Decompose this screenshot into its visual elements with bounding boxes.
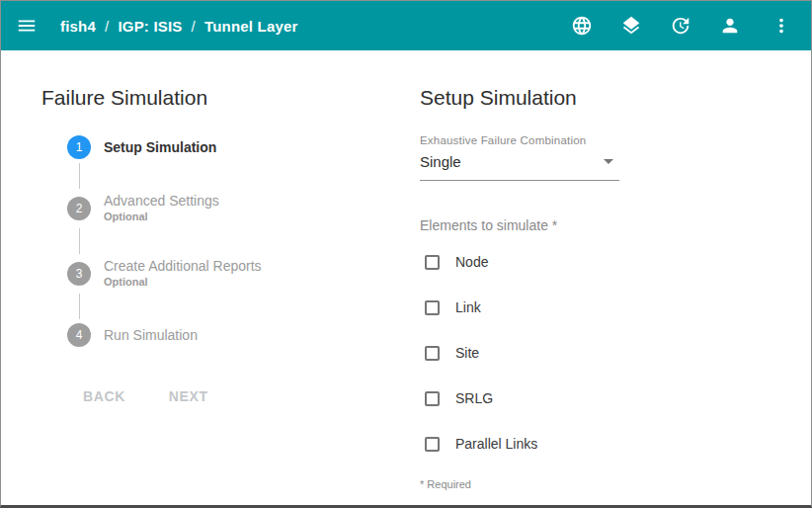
next-button[interactable]: NEXT	[169, 388, 208, 404]
checkbox-parallel-links[interactable]	[425, 437, 440, 452]
step-label: Create Additional Reports	[104, 258, 262, 275]
layers-icon[interactable]	[619, 14, 643, 38]
combination-select-label: Exhaustive Failure Combination	[420, 134, 771, 146]
checkbox-row-srlg[interactable]: SRLG	[420, 390, 771, 406]
page-title: Failure Simulation	[41, 86, 420, 110]
step-number-badge: 1	[67, 135, 91, 159]
kebab-menu-icon[interactable]	[770, 14, 793, 38]
breadcrumb-separator: /	[105, 18, 109, 35]
chevron-down-icon	[604, 159, 613, 164]
step-connector	[79, 228, 80, 254]
combination-select[interactable]: Single	[420, 153, 619, 181]
checkbox-label: Site	[455, 345, 479, 361]
combination-select-value: Single	[420, 153, 461, 170]
checkbox-row-parallel-links[interactable]: Parallel Links	[420, 436, 771, 452]
step-number-badge: 3	[67, 262, 91, 286]
breadcrumb: fish4 / IGP: ISIS / Tunnel Layer	[60, 18, 298, 35]
required-note: * Required	[420, 478, 771, 490]
step-label: Advanced Settings	[104, 193, 219, 210]
elements-checkbox-list: Node Link Site SRLG Parallel Links	[420, 254, 771, 452]
step-label: Run Simulation	[104, 327, 198, 344]
checkbox-row-site[interactable]: Site	[420, 345, 771, 361]
breadcrumb-layer[interactable]: Tunnel Layer	[204, 18, 298, 35]
checkbox-node[interactable]	[425, 255, 440, 270]
breadcrumb-separator: /	[192, 18, 196, 35]
globe-icon[interactable]	[570, 14, 594, 38]
breadcrumb-network[interactable]: fish4	[60, 18, 96, 35]
app-window: fish4 / IGP: ISIS / Tunnel Layer	[0, 0, 812, 508]
checkbox-row-node[interactable]: Node	[420, 254, 771, 270]
checkbox-srlg[interactable]	[425, 391, 440, 406]
app-bar: fish4 / IGP: ISIS / Tunnel Layer	[1, 1, 811, 50]
step-sublabel: Optional	[104, 210, 219, 224]
form-title: Setup Simulation	[420, 86, 771, 110]
wizard-buttons: BACK NEXT	[83, 388, 420, 404]
breadcrumb-igp[interactable]: IGP: ISIS	[118, 18, 182, 35]
step-number-badge: 2	[67, 197, 91, 220]
step-setup-simulation[interactable]: 1 Setup Simulation	[67, 135, 420, 159]
checkbox-label: Link	[455, 299, 481, 315]
update-history-icon[interactable]	[669, 14, 692, 38]
wizard-panel: Failure Simulation 1 Setup Simulation 2 …	[41, 86, 420, 490]
step-run-simulation[interactable]: 4 Run Simulation	[67, 323, 420, 347]
step-label: Setup Simulation	[104, 139, 216, 156]
back-button[interactable]: BACK	[83, 388, 125, 404]
step-advanced-settings[interactable]: 2 Advanced Settings Optional	[67, 193, 420, 224]
step-sublabel: Optional	[104, 275, 262, 290]
step-connector	[79, 294, 80, 319]
elements-to-simulate-label: Elements to simulate *	[420, 217, 771, 233]
checkbox-link[interactable]	[425, 300, 440, 315]
stepper: 1 Setup Simulation 2 Advanced Settings O…	[67, 135, 420, 347]
main-content: Failure Simulation 1 Setup Simulation 2 …	[1, 50, 811, 490]
checkbox-site[interactable]	[425, 346, 440, 361]
setup-form-panel: Setup Simulation Exhaustive Failure Comb…	[420, 86, 811, 490]
checkbox-row-link[interactable]: Link	[420, 299, 771, 315]
app-bar-actions	[570, 14, 793, 38]
checkbox-label: SRLG	[455, 390, 493, 406]
step-connector	[79, 163, 80, 189]
checkbox-label: Parallel Links	[455, 436, 537, 452]
checkbox-label: Node	[455, 254, 488, 270]
step-number-badge: 4	[67, 323, 91, 347]
hamburger-menu-icon[interactable]	[15, 14, 39, 38]
user-account-icon[interactable]	[718, 14, 742, 38]
step-create-additional-reports[interactable]: 3 Create Additional Reports Optional	[67, 258, 420, 290]
